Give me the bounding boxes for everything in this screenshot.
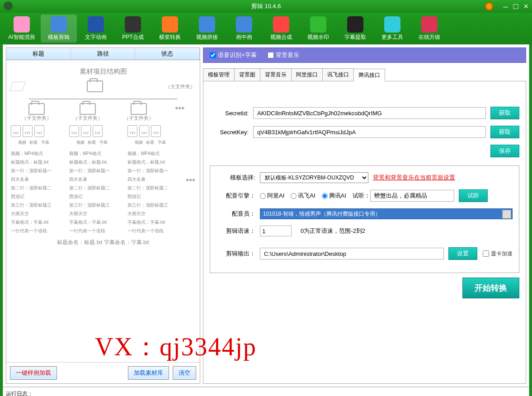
tab-背景音乐[interactable]: 背景音乐 (260, 68, 292, 81)
diagram-area: 素材项目结构图 （主文件夹） （子文件夹） （子文件夹） （子文件夹） ••• … (6, 60, 200, 362)
get-secret-key-button[interactable]: 获取 (490, 126, 519, 138)
main-folder-icon (87, 80, 103, 92)
preview-text-input[interactable] (370, 190, 454, 202)
start-convert-button[interactable]: 开始转换 (462, 278, 519, 298)
file-column: TXTTXTTXT视频 标题 字幕视频：MP4格式标题格式：标题.txt第一行：… (11, 125, 56, 235)
voice-subtitle-checkbox[interactable]: 语音识别+字幕 (210, 51, 257, 59)
engine-radio-讯飞AI[interactable]: 讯飞AI (291, 192, 315, 200)
main-toolbar: AI智能混剪模板剪辑文字动画PPT合成横竖转换视频拼接画中画视频合成视频水印字幕… (0, 13, 532, 44)
file-icon: TXT (93, 125, 103, 137)
medal-icon (485, 2, 494, 11)
engine-radio-腾讯AI[interactable]: 腾讯AI (322, 192, 346, 200)
toolbar-横竖转换[interactable]: 横竖转换 (152, 14, 188, 42)
load-library-button[interactable]: 加载素材库 (128, 366, 169, 380)
sub-folder-icon (80, 103, 96, 115)
log-section: 运行日志： 提示：本模块主要为模板视频模块 视频教程链接：https://sha… (3, 387, 529, 396)
file-icon: TXT (139, 125, 149, 137)
app-logo (4, 1, 13, 10)
top-options-bar: 语音识别+字幕 背景音乐 (203, 47, 526, 63)
template-note: 背景和背景音乐在当前页面设置 (373, 174, 455, 182)
header-cell[interactable]: 路径 (71, 48, 136, 60)
header-cell[interactable]: 标题 (6, 48, 71, 60)
log-label: 运行日志： (6, 390, 526, 396)
toolbar-AI智能混剪[interactable]: AI智能混剪 (4, 14, 40, 42)
secret-key-label: SecretKey: (210, 129, 249, 136)
toolbar-icon (125, 16, 141, 33)
left-table-header: 标题路径状态 (6, 48, 200, 60)
close-button[interactable]: × (523, 2, 528, 11)
template-label: 模板选择: (217, 174, 255, 182)
toolbar-icon (310, 16, 326, 33)
tabs: 模板管理背景图背景音乐阿里接口讯飞接口腾讯接口 (203, 68, 526, 81)
tab-阿里接口[interactable]: 阿里接口 (291, 68, 323, 81)
window-controls: – □ × (485, 2, 528, 11)
file-icon: TXT (34, 125, 44, 137)
file-icon: TXT (11, 125, 21, 137)
tab-腾讯接口[interactable]: 腾讯接口 (353, 69, 385, 81)
speed-input[interactable] (260, 226, 292, 236)
engine-label: 配音引擎： (217, 192, 255, 200)
toolbar-字幕提取[interactable]: 字幕提取 (337, 14, 373, 42)
get-secret-id-button[interactable]: 获取 (490, 107, 519, 119)
clear-button[interactable]: 清空 (173, 366, 196, 380)
file-icon: TXT (127, 125, 137, 137)
file-icon: TXT (69, 125, 79, 137)
main-area: 标题路径状态 素材项目结构图 （主文件夹） （子文件夹） （子文件夹） （子文件… (3, 44, 529, 387)
file-icon: TXT (23, 125, 33, 137)
toolbar-icon (88, 16, 104, 33)
toolbar-icon (384, 16, 400, 33)
secret-id-label: SecretId: (210, 110, 249, 117)
toolbar-PPT合成[interactable]: PPT合成 (115, 14, 151, 42)
file-icon: TXT (81, 125, 91, 137)
arrow-icon (9, 81, 26, 91)
secret-id-input[interactable] (253, 107, 486, 119)
left-buttons: 一键样例加载 加载素材库 清空 (6, 362, 200, 383)
more-icon: ••• (186, 175, 195, 185)
toolbar-视频合成[interactable]: 视频合成 (263, 14, 299, 42)
gpu-checkbox[interactable]: 显卡加速 (483, 250, 513, 258)
save-button[interactable]: 保存 (490, 145, 519, 157)
secret-key-input[interactable] (253, 126, 486, 138)
tab-讯飞接口[interactable]: 讯飞接口 (322, 68, 354, 81)
main-folder-label: （主文件夹） (165, 83, 195, 90)
engine-radio-阿里AI[interactable]: 阿里AI (260, 192, 284, 200)
toolbar-文字动画[interactable]: 文字动画 (78, 14, 114, 42)
app-title: 剪辑 10.4.6 (251, 2, 281, 10)
settings-section: 模板选择: 默认模板-KLSYZORYBM-OUXZQVD 背景和背景音乐在当前… (210, 165, 519, 273)
output-label: 剪辑输出： (217, 250, 255, 258)
toolbar-icon (236, 16, 252, 33)
tab-背景图[interactable]: 背景图 (234, 68, 260, 81)
output-path-input[interactable] (260, 248, 444, 259)
speed-note: 0为正常语速，范围-2到2 (301, 227, 365, 235)
toolbar-icon (199, 16, 215, 33)
load-sample-button[interactable]: 一键样例加载 (10, 366, 57, 380)
settings-button[interactable]: 设置 (448, 247, 477, 260)
naming-note: 标题命名：标题.txt 字幕命名：字幕.txt (11, 239, 195, 246)
file-column: TXTTXTTXT视频 标题 字幕视频：MP4格式标题格式：标题.txt第一行：… (127, 125, 173, 235)
speed-label: 剪辑语速： (217, 227, 255, 235)
right-panel: 语音识别+字幕 背景音乐 模板管理背景图背景音乐阿里接口讯飞接口腾讯接口 Sec… (203, 47, 526, 384)
toolbar-画中画[interactable]: 画中画 (226, 14, 262, 42)
sub-folder-icon (28, 103, 45, 115)
minimize-button[interactable]: – (504, 2, 508, 11)
preview-button[interactable]: 试听 (459, 189, 488, 202)
file-column: TXTTXTTXT视频 标题 字幕视频：MP4格式标题格式：标题.txt第一行：… (69, 125, 115, 235)
toolbar-模板剪辑[interactable]: 模板剪辑 (41, 14, 77, 42)
sub-folder-icon (131, 103, 147, 115)
toolbar-视频拼接[interactable]: 视频拼接 (189, 14, 225, 42)
more-icon: ••• (175, 103, 184, 122)
bgm-checkbox[interactable]: 背景音乐 (268, 51, 299, 59)
toolbar-icon (162, 16, 178, 33)
header-cell[interactable]: 状态 (135, 48, 200, 60)
toolbar-更多工具[interactable]: 更多工具 (374, 14, 410, 42)
toolbar-icon (14, 16, 30, 33)
toolbar-在线升级[interactable]: 在线升级 (411, 14, 447, 42)
template-select[interactable]: 默认模板-KLSYZORYBM-OUXZQVD (260, 172, 368, 183)
toolbar-视频水印[interactable]: 视频水印 (300, 14, 336, 42)
maximize-button[interactable]: □ (513, 2, 518, 11)
file-icon: TXT (151, 125, 161, 137)
toolbar-icon (347, 16, 363, 33)
tab-模板管理[interactable]: 模板管理 (203, 68, 235, 81)
toolbar-icon (51, 16, 67, 33)
voice-select[interactable]: 101018-智靖，情感男声（腾讯付费版接口专用） (260, 208, 513, 219)
